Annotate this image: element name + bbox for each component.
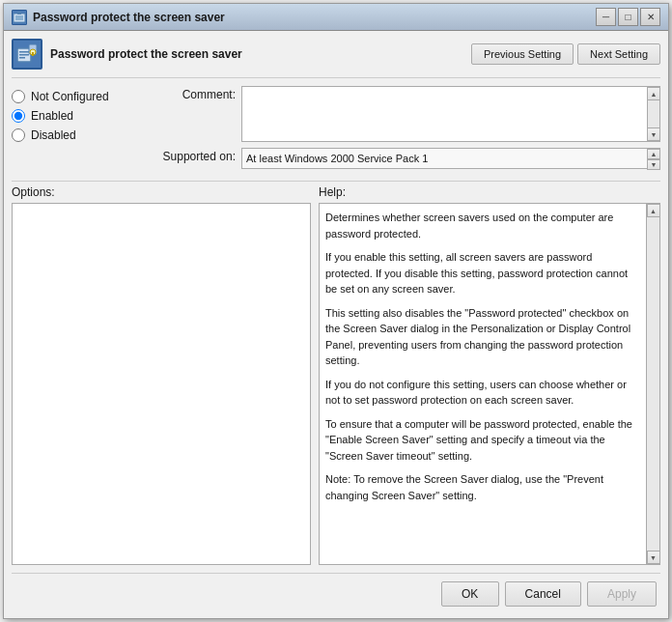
- help-scroll-up[interactable]: ▲: [647, 204, 660, 217]
- radio-section: Not Configured Enabled Disabled: [12, 86, 137, 169]
- main-window: Password protect the screen saver ─ □ ✕: [3, 3, 669, 619]
- help-box: Determines whether screen savers used on…: [319, 203, 660, 565]
- svg-rect-9: [32, 52, 34, 56]
- options-box: [12, 203, 311, 565]
- help-scroll-track: [647, 217, 659, 551]
- nav-buttons: Previous Setting Next Setting: [471, 43, 660, 65]
- not-configured-radio[interactable]: [12, 90, 25, 103]
- next-setting-button[interactable]: Next Setting: [577, 43, 660, 65]
- cancel-button[interactable]: Cancel: [505, 581, 581, 607]
- comment-scroll-track: [648, 100, 659, 127]
- not-configured-option[interactable]: Not Configured: [12, 90, 137, 103]
- apply-button[interactable]: Apply: [587, 581, 657, 607]
- comment-textarea[interactable]: [241, 86, 647, 142]
- support-scroll-up[interactable]: ▲: [647, 149, 660, 159]
- help-paragraph: If you do not configure this setting, us…: [325, 377, 640, 409]
- supported-on-label: Supported on:: [149, 148, 236, 163]
- support-wrapper: At least Windows 2000 Service Pack 1 ▲ ▼: [241, 148, 660, 169]
- disabled-radio[interactable]: [12, 128, 25, 142]
- support-scrollbar: ▲ ▼: [647, 148, 660, 169]
- close-button[interactable]: ✕: [640, 8, 660, 26]
- help-paragraph: Determines whether screen savers used on…: [325, 210, 640, 241]
- maximize-button[interactable]: □: [618, 8, 638, 26]
- enabled-radio[interactable]: [12, 109, 25, 123]
- help-scroll-down[interactable]: ▼: [647, 551, 660, 564]
- help-label: Help:: [319, 185, 660, 199]
- svg-rect-1: [15, 15, 23, 20]
- help-scrollbar: ▲ ▼: [646, 204, 659, 564]
- comment-scroll-down[interactable]: ▼: [647, 127, 660, 141]
- comment-label: Comment:: [149, 86, 236, 101]
- window-title: Password protect the screen saver: [33, 11, 596, 24]
- svg-rect-2: [17, 12, 21, 14]
- dialog-content: Password protect the screen saver Previo…: [4, 31, 668, 618]
- help-panel: Help: Determines whether screen savers u…: [319, 185, 660, 565]
- supported-on-value: At least Windows 2000 Service Pack 1: [241, 148, 647, 169]
- supported-on-field-row: Supported on: At least Windows 2000 Serv…: [149, 148, 660, 169]
- title-bar-buttons: ─ □ ✕: [596, 8, 660, 26]
- svg-rect-6: [19, 57, 25, 59]
- minimize-button[interactable]: ─: [596, 8, 616, 26]
- enabled-option[interactable]: Enabled: [12, 109, 137, 123]
- comment-support-section: Comment: ▲ ▼ Support: [149, 86, 660, 169]
- svg-rect-4: [19, 51, 29, 53]
- disabled-label: Disabled: [31, 128, 76, 142]
- svg-rect-5: [19, 54, 29, 56]
- comment-field-row: Comment: ▲ ▼: [149, 86, 660, 142]
- window-icon: [12, 10, 27, 25]
- comment-scroll-up[interactable]: ▲: [647, 87, 660, 100]
- previous-setting-button[interactable]: Previous Setting: [471, 43, 574, 65]
- options-panel: Options:: [12, 185, 311, 565]
- comment-input-area: ▲ ▼: [241, 86, 660, 142]
- help-paragraph: To ensure that a computer will be passwo…: [325, 416, 640, 465]
- header-title: Password protect the screen saver: [50, 47, 471, 61]
- comment-scrollbar: ▲ ▼: [647, 86, 660, 142]
- title-bar: Password protect the screen saver ─ □ ✕: [4, 4, 668, 31]
- header-section: Password protect the screen saver Previo…: [12, 39, 660, 78]
- help-paragraph: This setting also disables the "Password…: [325, 305, 640, 369]
- divider: [12, 181, 660, 182]
- help-paragraph: If you enable this setting, all screen s…: [325, 249, 640, 297]
- options-help-section: Options: Help: Determines whether screen…: [12, 185, 660, 565]
- policy-icon: [12, 39, 42, 70]
- support-scroll-down[interactable]: ▼: [647, 159, 660, 170]
- comment-textarea-wrapper: ▲ ▼: [241, 86, 660, 142]
- not-configured-label: Not Configured: [31, 90, 109, 103]
- help-paragraph: Note: To remove the Screen Saver dialog,…: [325, 471, 640, 503]
- disabled-option[interactable]: Disabled: [12, 128, 137, 142]
- footer: OK Cancel Apply: [12, 573, 660, 610]
- supported-on-input-area: At least Windows 2000 Service Pack 1 ▲ ▼: [241, 148, 660, 169]
- help-text-content: Determines whether screen savers used on…: [320, 204, 646, 564]
- middle-section: Not Configured Enabled Disabled Comment:: [12, 86, 660, 169]
- options-label: Options:: [12, 185, 311, 199]
- enabled-label: Enabled: [31, 109, 73, 123]
- ok-button[interactable]: OK: [441, 581, 499, 607]
